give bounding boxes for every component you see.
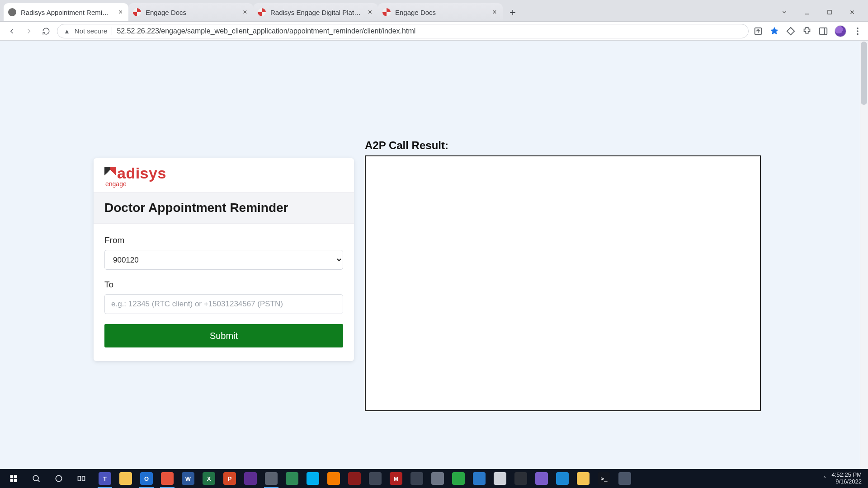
system-tray[interactable]: ˄ [823,475,826,482]
taskbar-app-app-gear[interactable] [407,469,427,488]
start-button[interactable] [3,469,24,488]
taskbar-app-skype[interactable] [303,469,323,488]
address-bar[interactable]: ▲ Not secure 52.52.26.223/engage/sample_… [57,24,749,38]
forward-button[interactable] [23,25,35,38]
app-cube-icon [452,472,465,485]
browser-tab-3[interactable]: Engage Docs × [378,3,503,21]
app-green-globe-icon [286,472,298,485]
svg-rect-13 [14,479,17,482]
card-title: Doctor Appointment Reminder [94,192,354,224]
clock-time: 4:52:25 PM [832,472,862,479]
chevron-down-icon[interactable] [774,5,795,19]
not-secure-label: Not secure [75,27,108,35]
svg-rect-11 [14,475,17,479]
windows-taskbar: TOWXPM>_ ˄ 4:52:25 PM 9/16/2022 [0,469,868,488]
taskbar-clock[interactable]: 4:52:25 PM 9/16/2022 [832,472,862,485]
taskbar-app-vscode[interactable] [469,469,489,488]
close-icon[interactable]: × [367,9,373,16]
from-label: From [104,235,343,245]
browser-tab-1[interactable]: Engage Docs × [128,3,253,21]
bookmark-star-icon[interactable] [769,26,779,36]
share-icon[interactable] [753,26,763,36]
taskbar-app-app-gray-1[interactable] [261,469,281,488]
taskbar-app-word[interactable]: W [178,469,198,488]
taskbar-app-app-tiles[interactable] [532,469,552,488]
taskbar-app-edge[interactable] [552,469,572,488]
task-view-button[interactable] [71,469,92,488]
taskbar-app-app-orange[interactable] [324,469,344,488]
taskbar-app-app-red-star[interactable] [344,469,364,488]
taskbar-app-teams[interactable]: T [95,469,115,488]
toolbar-right-icons [753,25,863,37]
tab-title: Radisys Appointment Reminder | [21,9,113,16]
swirl-icon [258,8,266,16]
window-close-button[interactable] [842,5,863,19]
globe-icon [8,8,16,16]
taskbar-right: ˄ 4:52:25 PM 9/16/2022 [823,472,866,485]
word-icon: W [182,472,194,485]
window-minimize-button[interactable] [797,5,817,19]
taskbar-app-chrome[interactable] [157,469,177,488]
app-tiles-icon [535,472,548,485]
app-orange-icon [327,472,340,485]
app-gray-1-icon [265,472,278,485]
taskbar-app-app-folder2[interactable] [573,469,593,488]
app-db-icon [431,472,444,485]
reload-button[interactable] [40,25,52,38]
app-camera-icon [369,472,382,485]
to-input[interactable] [104,294,343,314]
powerpoint-icon: P [223,472,236,485]
reminder-card: adisys engage Doctor Appointment Reminde… [94,158,354,361]
taskbar-app-app-circle[interactable] [490,469,510,488]
submit-button[interactable]: Submit [104,324,343,347]
window-controls [774,3,864,21]
taskbar-app-excel[interactable]: X [199,469,219,488]
app-red-star-icon [348,472,361,485]
url-text: 52.52.26.223/engage/sample_web_client_ap… [117,27,415,35]
back-button[interactable] [5,25,18,38]
app-circle-icon [494,472,506,485]
kebab-menu-icon[interactable] [853,26,863,36]
file-explorer-icon [119,472,132,485]
svg-rect-18 [82,476,85,481]
taskbar-apps: TOWXPM>_ [95,469,635,488]
taskbar-app-app-red-m[interactable]: M [386,469,406,488]
swirl-icon [382,8,391,16]
new-tab-button[interactable]: ＋ [505,5,520,19]
app-dark-o-icon [514,472,527,485]
cortana-button[interactable] [48,469,70,488]
taskbar-app-app-dark-o[interactable] [511,469,531,488]
taskbar-app-visual-studio[interactable] [241,469,260,488]
taskbar-app-outlook[interactable]: O [137,469,156,488]
search-button[interactable] [25,469,47,488]
taskbar-app-app-cube[interactable] [448,469,468,488]
taskbar-app-app-db[interactable] [428,469,448,488]
browser-tab-2[interactable]: Radisys Engage Digital Platform × [253,3,378,21]
tray-chevron-icon[interactable]: ˄ [823,475,826,482]
close-icon[interactable]: × [241,9,249,16]
window-maximize-button[interactable] [819,5,840,19]
profile-avatar[interactable] [835,25,846,37]
chrome-window: Radisys Appointment Reminder | × Engage … [0,0,868,488]
vscode-icon [473,472,486,485]
separator [112,27,112,35]
taskbar-app-terminal[interactable]: >_ [594,469,614,488]
taskbar-app-app-green-globe[interactable] [282,469,302,488]
svg-rect-17 [78,476,81,481]
sidepanel-icon[interactable] [818,26,828,36]
card-header: adisys engage [94,158,354,192]
taskbar-app-file-explorer[interactable] [116,469,136,488]
taskbar-app-app-mixed[interactable] [615,469,635,488]
excel-icon: X [203,472,215,485]
taskbar-app-powerpoint[interactable]: P [220,469,240,488]
close-icon[interactable]: × [491,9,498,16]
svg-point-14 [33,475,38,481]
taskbar-app-app-camera[interactable] [365,469,385,488]
browser-tab-0[interactable]: Radisys Appointment Reminder | × [4,3,128,21]
close-icon[interactable]: × [117,9,124,16]
logo-subtext: engage [105,180,166,188]
page-content: adisys engage Doctor Appointment Reminde… [0,41,868,469]
extensions-icon[interactable] [802,26,812,36]
from-select[interactable]: 900120 [104,250,343,270]
diamond-icon[interactable] [786,26,796,36]
